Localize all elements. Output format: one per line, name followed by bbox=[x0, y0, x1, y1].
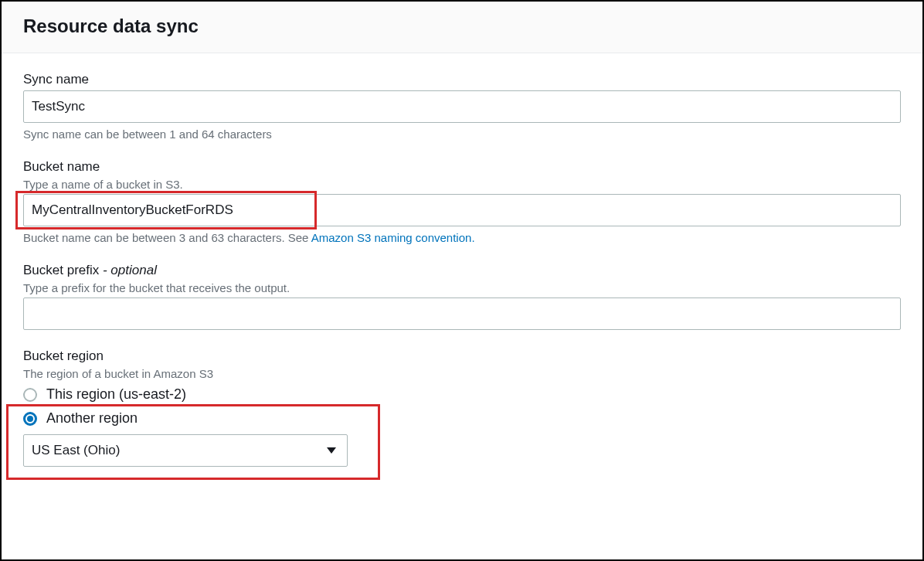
form-content: Sync name Sync name can be between 1 and… bbox=[2, 53, 922, 485]
radio-icon-selected bbox=[23, 412, 37, 426]
s3-naming-link[interactable]: Amazon S3 naming convention. bbox=[311, 231, 475, 244]
region-select[interactable]: US East (Ohio) bbox=[23, 434, 348, 467]
bucket-prefix-sublabel: Type a prefix for the bucket that receiv… bbox=[23, 281, 901, 294]
bucket-prefix-input[interactable] bbox=[23, 298, 901, 330]
radio-icon bbox=[23, 388, 37, 402]
bucket-region-label: Bucket region bbox=[23, 348, 901, 364]
radio-this-region[interactable]: This region (us-east-2) bbox=[23, 386, 901, 403]
page-title: Resource data sync bbox=[23, 15, 901, 37]
bucket-name-sublabel: Type a name of a bucket in S3. bbox=[23, 178, 901, 191]
sync-name-help: Sync name can be between 1 and 64 charac… bbox=[23, 128, 901, 141]
bucket-region-sublabel: The region of a bucket in Amazon S3 bbox=[23, 367, 901, 380]
bucket-name-label: Bucket name bbox=[23, 159, 901, 175]
radio-this-region-label: This region (us-east-2) bbox=[46, 386, 186, 403]
bucket-prefix-label: Bucket prefix - optional bbox=[23, 263, 901, 278]
radio-another-region-label: Another region bbox=[46, 410, 138, 427]
region-select-value: US East (Ohio) bbox=[23, 434, 348, 467]
region-radio-group: This region (us-east-2) Another region U… bbox=[23, 386, 901, 467]
bucket-name-help-text: Bucket name can be between 3 and 63 char… bbox=[23, 231, 311, 244]
sync-name-label: Sync name bbox=[23, 72, 901, 87]
bucket-name-help: Bucket name can be between 3 and 63 char… bbox=[23, 231, 901, 244]
radio-another-region[interactable]: Another region bbox=[23, 410, 901, 427]
bucket-name-input[interactable] bbox=[23, 194, 901, 226]
bucket-region-group: Bucket region The region of a bucket in … bbox=[23, 348, 901, 467]
page-header: Resource data sync bbox=[2, 2, 922, 53]
sync-name-input[interactable] bbox=[23, 90, 901, 123]
sync-name-group: Sync name Sync name can be between 1 and… bbox=[23, 72, 901, 141]
bucket-prefix-group: Bucket prefix - optional Type a prefix f… bbox=[23, 263, 901, 330]
bucket-name-group: Bucket name Type a name of a bucket in S… bbox=[23, 159, 901, 244]
